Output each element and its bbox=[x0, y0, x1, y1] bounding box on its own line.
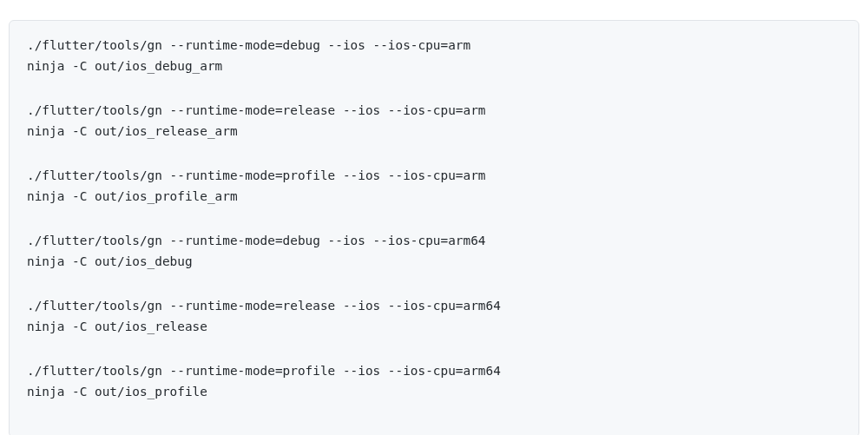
code-line: ./flutter/tools/gn --runtime-mode=debug … bbox=[27, 230, 841, 251]
code-line: ninja -C out/ios_release bbox=[27, 316, 841, 337]
code-line: ./flutter/tools/gn --runtime-mode=releas… bbox=[27, 295, 841, 316]
code-line: ./flutter/tools/gn --runtime-mode=debug … bbox=[27, 35, 841, 56]
code-line: ./flutter/tools/gn --runtime-mode=releas… bbox=[27, 100, 841, 121]
command-group: ./flutter/tools/gn --runtime-mode=debug … bbox=[27, 230, 841, 273]
code-line: ninja -C out/ios_release_arm bbox=[27, 121, 841, 142]
code-line: ./flutter/tools/gn --runtime-mode=profil… bbox=[27, 360, 841, 381]
code-line: ninja -C out/ios_profile_arm bbox=[27, 186, 841, 207]
code-line: ninja -C out/ios_debug_arm bbox=[27, 56, 841, 76]
command-group: ./flutter/tools/gn --runtime-mode=releas… bbox=[27, 100, 841, 142]
command-group: ./flutter/tools/gn --runtime-mode=debug … bbox=[27, 35, 841, 77]
code-line: ninja -C out/ios_profile bbox=[27, 381, 841, 402]
command-group: ./flutter/tools/gn --runtime-mode=profil… bbox=[27, 360, 841, 403]
code-line: ./flutter/tools/gn --runtime-mode=profil… bbox=[27, 165, 841, 186]
code-block: ./flutter/tools/gn --runtime-mode=debug … bbox=[9, 20, 859, 435]
command-group: ./flutter/tools/gn --runtime-mode=releas… bbox=[27, 295, 841, 338]
code-line: ninja -C out/ios_debug bbox=[27, 251, 841, 272]
command-group: ./flutter/tools/gn --runtime-mode=profil… bbox=[27, 165, 841, 208]
